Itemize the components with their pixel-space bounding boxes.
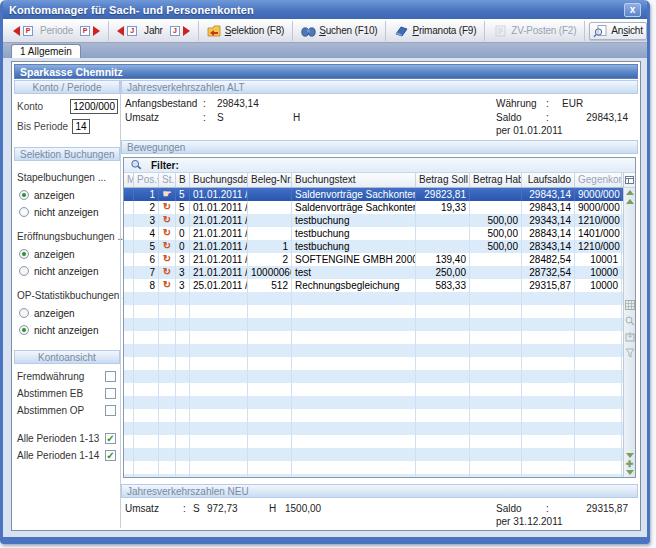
cell-gegenkonto xyxy=(575,409,622,422)
cell-pos xyxy=(134,292,159,305)
table-empty-row[interactable] xyxy=(124,318,623,331)
arrow-right-icon xyxy=(183,26,190,36)
table-row[interactable]: 6↻321.01.2011 /Fr2SOFTENGINE GMBH 200001… xyxy=(124,253,623,266)
jahr-prev-button[interactable]: J xyxy=(113,24,141,38)
cell-laufsaldo xyxy=(522,461,575,474)
jahr-next-button[interactable]: J xyxy=(166,24,194,38)
cell-datum: 01.01.2011 /Sa xyxy=(190,188,248,201)
cell-st xyxy=(159,357,176,370)
column-header-m[interactable]: M xyxy=(124,173,134,187)
periode-prev-button[interactable]: P xyxy=(9,24,37,38)
cell-gegenkonto: 1210/000 xyxy=(575,240,622,253)
column-header-haben[interactable]: Betrag Haben xyxy=(470,173,522,187)
cell-soll xyxy=(416,318,470,331)
table-empty-row[interactable] xyxy=(124,344,623,357)
cell-haben xyxy=(470,318,522,331)
column-header-pos[interactable]: Pos.▾ xyxy=(134,173,159,187)
cell-pos xyxy=(134,305,159,318)
table-empty-row[interactable] xyxy=(124,474,623,477)
column-header-beleg[interactable]: Beleg-Nr. xyxy=(248,173,292,187)
table-empty-row[interactable] xyxy=(124,409,623,422)
suchen-button[interactable]: Suchen (F10) xyxy=(297,22,381,40)
radio-opstat-nicht-anzeigen[interactable]: nicht anzeigen xyxy=(19,324,117,336)
cell-beleg xyxy=(248,227,292,240)
table-empty-row[interactable] xyxy=(124,292,623,305)
cell-beleg xyxy=(248,357,292,370)
table-empty-row[interactable] xyxy=(124,422,623,435)
radio-stapel-anzeigen[interactable]: anzeigen xyxy=(19,189,117,201)
cell-laufsaldo xyxy=(522,474,575,477)
tab-allgemein[interactable]: 1 Allgemein xyxy=(11,44,81,58)
table-empty-row[interactable] xyxy=(124,305,623,318)
bis-periode-input[interactable] xyxy=(72,119,90,134)
zoom-icon[interactable] xyxy=(625,316,635,326)
table-row[interactable]: 3↻021.01.2011 /Frtestbuchung500,0029343,… xyxy=(124,214,623,227)
column-header-b[interactable]: B xyxy=(176,173,190,187)
cell-text xyxy=(292,396,416,409)
zv-posten-button[interactable]: ZV-Posten (F2) xyxy=(489,22,580,40)
table-empty-row[interactable] xyxy=(124,357,623,370)
selektion-button[interactable]: Selektion (F8) xyxy=(203,22,288,40)
cell-text xyxy=(292,318,416,331)
column-header-st[interactable]: St. xyxy=(159,173,176,187)
column-header-gegenkonto[interactable]: Gegenkonto xyxy=(575,173,622,187)
table-empty-row[interactable] xyxy=(124,331,623,344)
cell-beleg xyxy=(248,214,292,227)
filter-columns-icon[interactable] xyxy=(625,348,635,358)
table-row[interactable]: 7↻321.01.2011 /Fr10000066test250,0028732… xyxy=(124,266,623,279)
cell-datum xyxy=(190,344,248,357)
table-row[interactable]: 4↻021.01.2011 /Frtestbuchung500,0028843,… xyxy=(124,227,623,240)
table-empty-row[interactable] xyxy=(124,448,623,461)
radio-stapel-nicht-anzeigen[interactable]: nicht anzeigen xyxy=(19,206,117,218)
checkbox-abstimmen-op[interactable]: Abstimmen OP xyxy=(17,404,116,416)
column-header-datum[interactable]: Buchungsdatum xyxy=(190,173,248,187)
radio-opstat-anzeigen[interactable]: anzeigen xyxy=(19,307,117,319)
cell-haben xyxy=(470,292,522,305)
close-button[interactable]: x xyxy=(624,3,641,17)
add-row-icon[interactable]: ✚ xyxy=(626,460,634,468)
scroll-down-icon[interactable] xyxy=(626,453,634,458)
checkbox-alle-perioden-1-14[interactable]: Alle Perioden 1-14 ✓ xyxy=(17,449,116,461)
column-header-laufsaldo[interactable]: Laufsaldo xyxy=(522,173,575,187)
cell-b xyxy=(176,305,190,318)
scroll-bottom-icon[interactable] xyxy=(626,470,634,475)
table-empty-row[interactable] xyxy=(124,396,623,409)
table-row[interactable]: 1☛501.01.2011 /SaSaldenvorträge Sachkont… xyxy=(124,188,623,201)
table-empty-row[interactable] xyxy=(124,461,623,474)
table-row[interactable]: 8↻325.01.2011 /Di512Rechnungsbegleichung… xyxy=(124,279,623,292)
scroll-up-icon[interactable] xyxy=(626,199,634,204)
cell-haben xyxy=(470,305,522,318)
scroll-top-icon[interactable] xyxy=(626,190,634,195)
table-empty-row[interactable] xyxy=(124,383,623,396)
column-chooser-button[interactable] xyxy=(624,173,635,188)
table-empty-row[interactable] xyxy=(124,370,623,383)
radio-eroeffnung-nicht-anzeigen[interactable]: nicht anzeigen xyxy=(19,265,117,277)
periode-letter-icon: P xyxy=(23,26,33,36)
table-row[interactable]: 2↻501.01.2011 /SaSaldenvorträge Sachkont… xyxy=(124,201,623,214)
periode-next-button[interactable]: P xyxy=(76,24,104,38)
checkbox-alle-perioden-1-13[interactable]: Alle Perioden 1-13 ✓ xyxy=(17,432,116,444)
cell-beleg xyxy=(248,461,292,474)
radio-eroeffnung-anzeigen[interactable]: anzeigen xyxy=(19,248,117,260)
konto-input[interactable] xyxy=(70,99,118,114)
column-header-text[interactable]: Buchungstext xyxy=(292,173,416,187)
cell-m xyxy=(124,227,134,240)
table-empty-row[interactable] xyxy=(124,435,623,448)
cell-pos xyxy=(134,344,159,357)
checkbox-fremdwaehrung[interactable]: Fremdwährung xyxy=(17,370,116,382)
ansicht-button[interactable]: Ansicht xyxy=(589,22,646,40)
filter-row[interactable]: Filter: xyxy=(124,158,635,173)
cell-text xyxy=(292,422,416,435)
primanota-button[interactable]: Primanota (F9) xyxy=(390,22,480,40)
column-chooser-icon xyxy=(625,176,634,184)
cell-soll xyxy=(416,435,470,448)
cell-m xyxy=(124,253,134,266)
cell-text xyxy=(292,292,416,305)
cell-datum xyxy=(190,448,248,461)
table-row[interactable]: 5↻021.01.2011 /Fr1testbuchung500,0028343… xyxy=(124,240,623,253)
export-icon[interactable] xyxy=(625,332,635,342)
bewegungen-table: Filter: MPos.▾St.BBuchungsdatumBeleg-Nr.… xyxy=(123,157,636,478)
checkbox-abstimmen-eb[interactable]: Abstimmen EB xyxy=(17,387,116,399)
column-header-soll[interactable]: Betrag Soll xyxy=(416,173,470,187)
view-grid-icon[interactable] xyxy=(625,300,635,310)
